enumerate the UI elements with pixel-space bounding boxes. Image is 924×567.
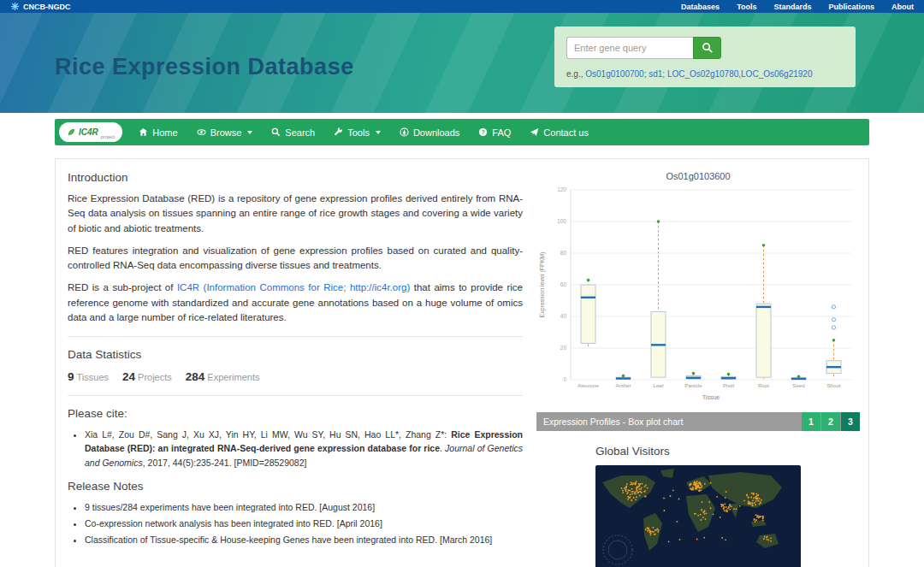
- intro-paragraph-1: Rice Expression Database (RED) is a repo…: [68, 192, 523, 236]
- gene-search-button[interactable]: [693, 37, 721, 59]
- svg-text:Anther: Anther: [615, 382, 631, 388]
- nav-item-contact[interactable]: Contact us: [520, 119, 598, 145]
- citation-authors: Xia L#, Zou D#, Sang J, Xu XJ, Yin HY, L…: [85, 429, 451, 440]
- ic4r-link[interactable]: IC4R (Information Commons for Rice; http…: [177, 282, 410, 292]
- svg-text:Panicle: Panicle: [684, 382, 702, 388]
- svg-text:120: 120: [557, 186, 566, 192]
- hero-banner: Rice Expression Database e.g., Os01g0100…: [0, 13, 924, 113]
- topbar-link-databases[interactable]: Databases: [681, 3, 720, 11]
- svg-text:20: 20: [560, 345, 567, 351]
- ic4r-logo-subtext: project: [101, 134, 116, 139]
- gene-search-panel: e.g., Os01g0100700; sd1; LOC_Os02g10780,…: [554, 27, 856, 87]
- citation-tail: , 2017, 44(5):235-241. [PMID=28529082]: [143, 458, 307, 468]
- expression-profiles-bar: Expression Profiles - Box plot chart 1 2…: [536, 412, 860, 431]
- svg-text:Pistil: Pistil: [723, 382, 734, 388]
- profile-bar-label: Expression Profiles - Box plot chart: [536, 416, 801, 427]
- paper-plane-icon: [530, 127, 539, 137]
- home-icon: [139, 127, 148, 137]
- topbar-link-standards[interactable]: Standards: [773, 3, 811, 11]
- divider: [68, 395, 523, 396]
- nav-label-contact: Contact us: [543, 127, 589, 138]
- cncb-brand-label: CNCB-NGDC: [23, 3, 71, 11]
- expression-boxplot-chart: Os01g0103600 020406080100120AleuroneAnth…: [536, 171, 860, 409]
- nav-label-search: Search: [285, 127, 315, 138]
- global-visitors-heading: Global Visitors: [595, 445, 801, 458]
- nav-item-downloads[interactable]: Downloads: [390, 119, 469, 145]
- left-column: Introduction Rice Expression Database (R…: [64, 171, 526, 567]
- content-card: Introduction Rice Expression Database (R…: [55, 158, 869, 567]
- data-statistics: 9Tissues 24Projects 284Experiments: [68, 369, 523, 384]
- stat-projects-value: 24: [122, 370, 135, 383]
- svg-text:100: 100: [557, 218, 566, 224]
- question-icon: ?: [478, 127, 488, 137]
- ic4r-leaf-icon: [67, 127, 76, 137]
- data-statistics-heading: Data Statistics: [68, 348, 523, 361]
- nav-item-home[interactable]: Home: [129, 119, 187, 145]
- citation-item: Xia L#, Zou D#, Sang J, Xu XJ, Yin HY, L…: [85, 428, 523, 470]
- topbar-links: Databases Tools Standards Publications A…: [681, 3, 914, 11]
- introduction-heading: Introduction: [68, 171, 523, 184]
- stat-projects-label: Projects: [138, 372, 172, 382]
- eye-icon: [197, 127, 206, 137]
- topbar-link-publications[interactable]: Publications: [828, 3, 874, 11]
- release-notes-list: 9 tissues/284 experiments have been inte…: [68, 500, 523, 547]
- cncb-ngdc-brand[interactable]: CNCB-NGDC: [10, 2, 71, 11]
- nav-label-tools: Tools: [347, 127, 370, 138]
- svg-text:Tissue: Tissue: [702, 394, 720, 400]
- svg-text:60: 60: [560, 281, 567, 287]
- download-icon: [400, 127, 409, 137]
- nav-label-home: Home: [152, 127, 177, 138]
- search-icon: [702, 42, 714, 54]
- wrench-icon: [334, 127, 343, 137]
- main-navigation: IC4R project Home Browse Search Tools: [55, 119, 869, 145]
- stat-experiments-value: 284: [186, 370, 205, 383]
- page: { "topbar": { "brand": "CNCB-NGDC", "lin…: [0, 0, 924, 567]
- nav-label-faq: FAQ: [492, 127, 511, 138]
- stat-experiments: 284Experiments: [186, 369, 260, 384]
- release-notes-heading: Release Notes: [68, 480, 523, 493]
- ic4r-logo[interactable]: IC4R project: [59, 122, 122, 142]
- divider: [68, 336, 523, 337]
- nav-item-tools[interactable]: Tools: [324, 119, 390, 145]
- world-visitors-map: [595, 465, 801, 567]
- svg-text:Leaf: Leaf: [653, 382, 663, 388]
- boxplot-svg: 020406080100120AleuroneAntherLeafPanicle…: [536, 183, 860, 409]
- intro-paragraph-2: RED features integration and visualizati…: [68, 244, 523, 274]
- svg-text:Shoot: Shoot: [826, 382, 840, 388]
- stat-tissues-value: 9: [68, 370, 74, 383]
- gene-query-input[interactable]: [566, 37, 693, 59]
- stat-experiments-label: Experiments: [207, 372, 259, 382]
- citation-list: Xia L#, Zou D#, Sang J, Xu XJ, Yin HY, L…: [68, 428, 523, 470]
- boxplot-page-2-button[interactable]: 2: [821, 412, 840, 431]
- svg-text:Root: Root: [758, 382, 769, 388]
- nav-item-browse[interactable]: Browse: [187, 119, 263, 145]
- example-gene-links[interactable]: Os01g0100700; sd1; LOC_Os02g10780,LOC_Os…: [585, 69, 812, 79]
- topbar-link-tools[interactable]: Tools: [737, 3, 756, 11]
- search-icon: [271, 127, 281, 137]
- svg-text:0: 0: [563, 376, 566, 382]
- chart-title: Os01g0103600: [536, 171, 860, 181]
- nav-item-search[interactable]: Search: [262, 119, 324, 145]
- nav-item-faq[interactable]: ? FAQ: [469, 119, 520, 145]
- svg-text:?: ?: [482, 129, 485, 135]
- gene-query-examples: e.g., Os01g0100700; sd1; LOC_Os02g10780,…: [566, 69, 844, 79]
- intro-paragraph-3: RED is a sub-project of IC4R (Informatio…: [68, 281, 523, 325]
- cite-heading: Please cite:: [68, 407, 523, 420]
- right-column: Os01g0103600 020406080100120AleuroneAnth…: [536, 171, 860, 567]
- example-label: e.g.,: [566, 69, 583, 79]
- stat-projects: 24Projects: [122, 369, 172, 384]
- intro-p3-prefix: RED is a sub-project of: [68, 282, 177, 292]
- release-note-2: Co-expression network analysis has been …: [85, 517, 523, 530]
- svg-text:Expression level (FPKM): Expression level (FPKM): [539, 251, 546, 317]
- topbar-link-about[interactable]: About: [891, 3, 914, 11]
- global-visitors-section: Global Visitors: [595, 445, 801, 567]
- release-note-3: Classification of Tissue-specific & Hous…: [85, 533, 523, 546]
- svg-text:40: 40: [560, 313, 567, 319]
- cncb-logo-icon: [10, 2, 20, 11]
- stat-tissues: 9Tissues: [68, 369, 109, 384]
- release-note-1: 9 tissues/284 experiments have been inte…: [85, 500, 523, 514]
- boxplot-page-3-button[interactable]: 3: [841, 412, 860, 431]
- ic4r-logo-text: IC4R: [79, 127, 98, 137]
- boxplot-page-1-button[interactable]: 1: [802, 412, 820, 431]
- chevron-down-icon: [247, 131, 252, 134]
